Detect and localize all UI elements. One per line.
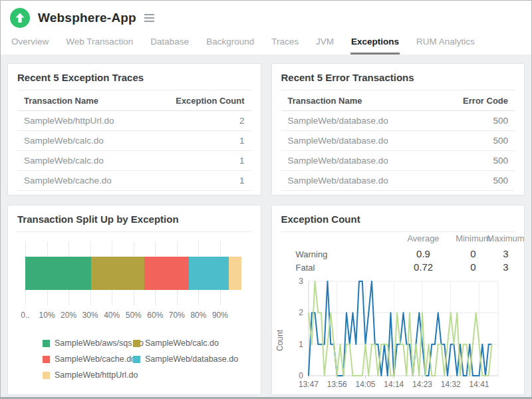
chart-axis-text: 14:41 — [469, 380, 489, 389]
bar-x-axis-labels: 0..10%20%30%40%50%60%70%80%90% — [25, 311, 242, 323]
panel-title: Recent 5 Exception Traces — [8, 64, 261, 90]
legend-item-sampleweb-httpurl-do[interactable]: SampleWeb/httpUrl.do — [43, 370, 129, 380]
value-cell: 1 — [239, 156, 251, 166]
bar-x-tick-label: 10% — [39, 311, 55, 320]
table-row: SampleWeb/database.do1 — [17, 191, 251, 196]
legend-item-fatal[interactable]: Fatal — [412, 394, 444, 395]
tab-exceptions[interactable]: Exceptions — [350, 35, 400, 55]
stacked-bar-chart — [25, 241, 242, 305]
chart-axis-text: 13:47 — [298, 380, 318, 389]
legend-item-warning[interactable]: Warning — [352, 394, 397, 395]
table-row: SampleWeb/calc.do1 — [17, 151, 251, 171]
chart-axis-text: 13:56 — [327, 380, 346, 389]
bar-x-tick-label: 60% — [147, 311, 163, 320]
exception-count-stats-table: AverageMinimumMaximumWarning0.903Fatal0.… — [272, 233, 525, 275]
bar-x-tick-label: 50% — [126, 311, 142, 320]
transaction-name-cell: SampleWeb/httpUrl.do — [17, 116, 239, 126]
tab-bar: OverviewWeb TransactionDatabaseBackgroun… — [10, 29, 522, 55]
panel-recent-error-transactions: Recent 5 Error Transactions Transaction … — [271, 63, 525, 196]
value-cell: 2 — [239, 116, 251, 126]
exception-traces-table: Transaction NameException CountSampleWeb… — [17, 90, 251, 196]
table-row: SampleWeb/database.do500 — [281, 171, 515, 191]
bar-x-tick-label: 30% — [82, 311, 98, 320]
tab-traces[interactable]: Traces — [271, 35, 299, 55]
tab-rum-analytics[interactable]: RUM Analytics — [416, 35, 475, 55]
header: Websphere-App OverviewWeb TransactionDat… — [1, 1, 531, 55]
error-transactions-table: Transaction NameError CodeSampleWeb/data… — [281, 90, 515, 196]
divider — [17, 231, 251, 232]
stats-col-header-maximum: Maximum — [487, 233, 524, 243]
transaction-name-cell: SampleWeb/calc.do — [17, 156, 239, 166]
bar-segment-sampleweb-httpurl-do[interactable] — [229, 257, 242, 290]
col-header-transaction-name: Transaction Name — [17, 96, 176, 106]
legend-label: SampleWeb/database.do — [145, 354, 238, 364]
fatal-series-line — [309, 281, 492, 376]
chart-axis-text: 3 — [299, 277, 303, 286]
legend-label: Warning — [365, 394, 397, 395]
col-header-value: Error Code — [463, 96, 515, 106]
transaction-name-cell: SampleWeb/database.do — [281, 156, 493, 166]
transaction-name-cell: SampleWeb/cache.do — [17, 176, 239, 186]
value-cell: 500 — [493, 116, 515, 126]
bar-x-tick-label: 70% — [169, 311, 185, 320]
transaction-name-cell: SampleWeb/database.do — [281, 136, 493, 146]
bar-segment-sampleweb-cache-do[interactable] — [144, 257, 189, 290]
line-chart-legend: WarningFatal — [272, 394, 525, 395]
value-cell: 500 — [493, 156, 515, 166]
legend-swatch-icon — [352, 394, 360, 395]
panel-exception-count: Exception Count AverageMinimumMaximumWar… — [271, 205, 525, 395]
stats-header-row: AverageMinimumMaximum — [272, 233, 525, 248]
bar-segment-sampleweb-aws-sqs-do[interactable] — [25, 257, 91, 290]
table-row: SampleWeb/database.do500 — [281, 111, 515, 131]
bar-x-tick-label: 90% — [212, 311, 228, 320]
col-header-value: Exception Count — [176, 96, 251, 106]
stats-col-header-minimum: Minimum — [456, 233, 491, 243]
legend-label: SampleWeb/calc.do — [145, 338, 219, 348]
tab-background[interactable]: Background — [205, 35, 255, 55]
legend-swatch-icon — [43, 356, 50, 363]
value-cell: 500 — [493, 136, 515, 146]
legend-item-sampleweb-cache-do[interactable]: SampleWeb/cache.do — [43, 354, 129, 364]
legend-label: SampleWeb/cache.do — [55, 354, 136, 364]
col-header-transaction-name: Transaction Name — [281, 96, 464, 106]
table-row: SampleWeb/database.do500 — [281, 131, 515, 151]
chart-axis-text: 14:14 — [384, 380, 404, 389]
bar-segment-sampleweb-calc-do[interactable] — [91, 257, 144, 290]
legend-swatch-icon — [43, 372, 50, 379]
panel-title: Transaction Split Up by Exception — [8, 205, 261, 231]
bar-segment-sampleweb-database-do[interactable] — [189, 257, 229, 290]
dashboard-grid: Recent 5 Exception Traces Transaction Na… — [1, 55, 531, 399]
bar-x-tick-label: 80% — [190, 311, 206, 320]
table-row: SampleWeb/httpUrl.do2 — [17, 111, 251, 131]
stacked-bar — [25, 257, 242, 290]
legend-swatch-icon — [412, 394, 420, 395]
panel-recent-exception-traces: Recent 5 Exception Traces Transaction Na… — [7, 63, 261, 196]
app-window: Websphere-App OverviewWeb TransactionDat… — [0, 0, 532, 399]
stats-row-fatal: Fatal0.7203 — [272, 261, 525, 275]
exception-count-line-chart: 012313:4713:5614:0514:1414:2314:3214:41C… — [272, 277, 525, 393]
value-cell: 1 — [239, 136, 251, 146]
tab-jvm[interactable]: JVM — [315, 35, 334, 55]
stats-value: 3 — [503, 261, 508, 273]
hamburger-menu-icon[interactable] — [143, 10, 156, 26]
table-header-row: Transaction NameError Code — [281, 90, 515, 111]
stats-col-header-average: Average — [407, 233, 439, 243]
line-chart-svg: 012313:4713:5614:0514:1414:2314:3214:41C… — [272, 277, 523, 390]
legend-item-sampleweb-calc-do[interactable]: SampleWeb/calc.do — [133, 338, 261, 348]
table-row: SampleWeb/database.do500 — [281, 191, 515, 196]
panel-title: Exception Count — [272, 205, 525, 231]
table-row: SampleWeb/calc.do1 — [17, 131, 251, 151]
bar-x-tick-label: 40% — [104, 311, 120, 320]
tab-database[interactable]: Database — [150, 35, 190, 55]
legend-item-sampleweb-aws-sqs-do[interactable]: SampleWeb/aws/sqs.do — [43, 338, 129, 348]
tab-web-transaction[interactable]: Web Transaction — [65, 35, 134, 55]
panel-title: Recent 5 Error Transactions — [272, 64, 525, 90]
chart-axis-text: 2 — [299, 308, 303, 317]
page-title: Websphere-App — [38, 11, 136, 25]
tab-overview[interactable]: Overview — [11, 35, 49, 55]
legend-label: SampleWeb/httpUrl.do — [55, 370, 138, 380]
bar-chart-legend: SampleWeb/aws/sqs.doSampleWeb/calc.doSam… — [43, 338, 261, 380]
legend-item-sampleweb-database-do[interactable]: SampleWeb/database.do — [133, 354, 261, 364]
stats-row-warning: Warning0.903 — [272, 248, 525, 261]
bar-x-tick-label: 20% — [61, 311, 76, 320]
